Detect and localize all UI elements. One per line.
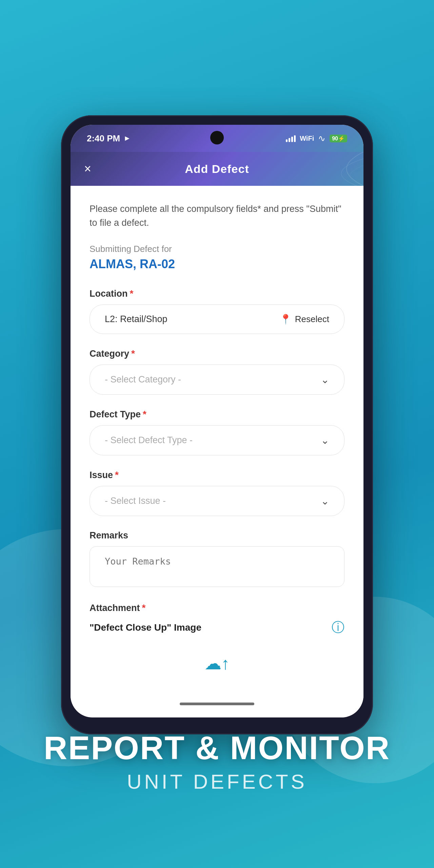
- signal-bar-3: [291, 137, 293, 142]
- submitting-value: ALMAS, RA-02: [90, 257, 344, 271]
- category-required-star: *: [131, 348, 135, 359]
- issue-placeholder: - Select Issue -: [105, 496, 166, 506]
- signal-bar-4: [294, 135, 296, 142]
- time-display: 2:40 PM: [87, 133, 120, 144]
- phone-screen: 2:40 PM ► WiFi ∿ 90⚡: [71, 125, 363, 717]
- defect-type-chevron-icon: ⌄: [321, 434, 329, 446]
- category-field-group: Category * - Select Category - ⌄: [90, 348, 344, 395]
- bottom-text-section: REPORT & MONITOR UNIT DEFECTS: [0, 729, 434, 793]
- reselect-label: Reselect: [295, 314, 329, 324]
- wifi-signal-icon: ∿: [318, 133, 326, 144]
- upload-icon[interactable]: ☁↑: [204, 654, 230, 673]
- info-icon[interactable]: ⓘ: [332, 619, 344, 636]
- category-label-text: Category: [90, 349, 129, 359]
- remarks-label-text: Remarks: [90, 530, 128, 541]
- signal-bar-1: [286, 139, 288, 142]
- wifi-icon: WiFi: [300, 135, 314, 142]
- status-bar: 2:40 PM ► WiFi ∿ 90⚡: [71, 125, 363, 152]
- location-label: Location *: [90, 288, 344, 299]
- attachment-row: "Defect Close Up" Image ⓘ: [90, 619, 344, 636]
- form-intro-text: Please complete all the compulsory field…: [90, 202, 344, 230]
- issue-label-text: Issue: [90, 470, 113, 480]
- battery-badge: 90⚡: [330, 135, 347, 142]
- location-required-star: *: [130, 288, 134, 299]
- location-value: L2: Retail/Shop: [105, 314, 167, 324]
- remarks-input[interactable]: [90, 546, 344, 587]
- defect-type-label-text: Defect Type: [90, 409, 141, 420]
- signal-bar-2: [289, 138, 290, 142]
- form-content: Please complete all the compulsory field…: [71, 186, 363, 694]
- navigation-icon: ►: [123, 134, 131, 143]
- battery-level: 90: [332, 136, 338, 141]
- issue-chevron-icon: ⌄: [321, 495, 329, 507]
- location-label-text: Location: [90, 289, 128, 299]
- defect-type-required-star: *: [143, 409, 146, 420]
- defect-type-placeholder: - Select Defect Type -: [105, 435, 193, 446]
- app-header: × Add Defect: [71, 152, 363, 186]
- report-subtitle: UNIT DEFECTS: [127, 770, 307, 793]
- submitting-label: Submitting Defect for: [90, 244, 344, 254]
- report-title: REPORT & MONITOR: [44, 729, 390, 767]
- category-label: Category *: [90, 348, 344, 359]
- location-input[interactable]: L2: Retail/Shop 📍 Reselect: [90, 304, 344, 334]
- location-pin-icon: 📍: [280, 314, 292, 325]
- battery-percent: ⚡: [338, 136, 345, 141]
- attachment-label: Attachment *: [90, 603, 344, 613]
- upload-area: ☁↑: [90, 650, 344, 673]
- remarks-field-group: Remarks: [90, 530, 344, 588]
- attachment-label-text: Attachment: [90, 603, 140, 613]
- phone-frame: 2:40 PM ► WiFi ∿ 90⚡: [61, 115, 373, 734]
- remarks-label: Remarks: [90, 530, 344, 541]
- attachment-field-group: Attachment * "Defect Close Up" Image ⓘ: [90, 603, 344, 636]
- issue-label: Issue *: [90, 470, 344, 480]
- phone-wrapper: 2:40 PM ► WiFi ∿ 90⚡: [61, 115, 373, 734]
- category-placeholder: - Select Category -: [105, 374, 181, 385]
- status-icons: WiFi ∿ 90⚡: [286, 133, 347, 144]
- status-time: 2:40 PM ►: [87, 133, 131, 144]
- header-decoration: [262, 152, 363, 186]
- header-title: Add Defect: [185, 162, 249, 176]
- bottom-bar: [71, 694, 363, 717]
- attachment-image-label: "Defect Close Up" Image: [90, 622, 201, 633]
- location-field-group: Location * L2: Retail/Shop 📍 Reselect: [90, 288, 344, 334]
- category-chevron-icon: ⌄: [321, 374, 329, 386]
- reselect-button[interactable]: 📍 Reselect: [280, 314, 329, 325]
- defect-type-select[interactable]: - Select Defect Type - ⌄: [90, 425, 344, 455]
- issue-field-group: Issue * - Select Issue - ⌄: [90, 470, 344, 516]
- category-select[interactable]: - Select Category - ⌄: [90, 364, 344, 395]
- defect-type-field-group: Defect Type * - Select Defect Type - ⌄: [90, 409, 344, 455]
- issue-select[interactable]: - Select Issue - ⌄: [90, 486, 344, 516]
- bottom-indicator: [180, 703, 254, 705]
- close-button[interactable]: ×: [84, 163, 91, 175]
- signal-icon: [286, 135, 296, 142]
- issue-required-star: *: [115, 470, 119, 480]
- defect-type-label: Defect Type *: [90, 409, 344, 420]
- attachment-required-star: *: [142, 603, 146, 613]
